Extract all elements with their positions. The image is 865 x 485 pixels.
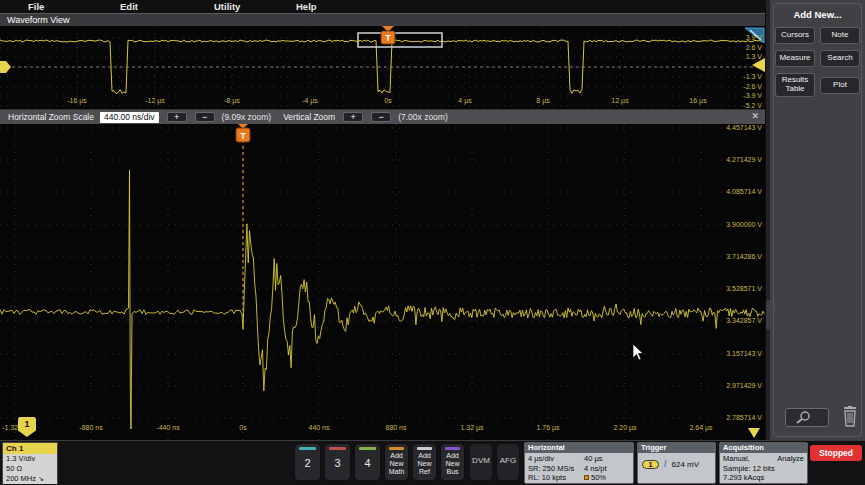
add-new-panel: Add New... Cursors Note Measure Search R… xyxy=(773,3,862,437)
bottom-bar: Ch 1 1.3 V/div 50 Ω 200 MHz 2 3 4 Add Ne… xyxy=(0,440,865,485)
axis-label: 440 ns xyxy=(308,424,329,431)
add-new-ref-button[interactable]: Add New Ref xyxy=(412,443,437,481)
horizontal-settings-panel[interactable]: Horizontal 4 µs/div 40 µs SR: 250 MS/s 4… xyxy=(524,442,634,484)
menu-bar: File Edit Utility Help xyxy=(0,0,765,13)
trigger-settings-panel[interactable]: Trigger 1 / 624 mV xyxy=(637,442,716,484)
overview-plot[interactable]: T -16 µs-12 µs-8 µs-4 µs0s4 µs8 µs12 µs1… xyxy=(0,26,765,110)
close-zoom-view-icon[interactable]: ✕ xyxy=(751,111,759,121)
axis-label: -12 µs xyxy=(145,97,165,104)
rising-edge-icon: / xyxy=(664,459,667,469)
menu-utility[interactable]: Utility xyxy=(214,0,240,13)
sidebar-tools xyxy=(777,406,865,430)
h-zoom-scale-label: Horizontal Zoom Scale xyxy=(8,112,94,122)
trigger-panel-title: Trigger xyxy=(638,443,715,453)
axis-label: 3.714286 V xyxy=(726,253,762,260)
horizontal-position: 50% xyxy=(584,473,630,483)
acquisition-count: 7.293 kAcqs xyxy=(723,473,804,483)
h-zoom-scale-value[interactable]: 440.00 ns/div xyxy=(100,112,159,123)
channel-4-number: 4 xyxy=(355,457,380,469)
acquisition-sample: Sample: 12 bits xyxy=(723,464,804,474)
add-new-title: Add New... xyxy=(774,9,861,20)
v-zoom-label: Vertical Zoom xyxy=(283,112,335,122)
add-new-math-button[interactable]: Add New Math xyxy=(384,443,409,481)
channel-1-badge[interactable]: Ch 1 1.3 V/div 50 Ω 200 MHz xyxy=(2,442,58,484)
dvm-button[interactable]: DVM xyxy=(469,443,493,481)
afg-button[interactable]: AFG xyxy=(496,443,520,481)
overview-waveform-canvas[interactable]: T xyxy=(0,26,765,110)
axis-label: -440 ns xyxy=(156,424,179,431)
axis-label: -880 ns xyxy=(79,424,102,431)
main-zoom-plot[interactable]: T 1 -1.32 µs-880 ns-440 ns0s440 ns880 ns… xyxy=(0,124,765,440)
main-waveform-canvas[interactable]: T xyxy=(0,124,765,440)
measure-button[interactable]: Measure xyxy=(775,50,815,67)
v-zoom-decrease-button[interactable]: − xyxy=(371,112,391,122)
v-zoom-increase-button[interactable]: + xyxy=(343,112,363,122)
axis-label: 3.528571 V xyxy=(726,285,762,292)
zoom-overview-button[interactable] xyxy=(785,408,829,427)
trash-icon[interactable] xyxy=(841,406,859,428)
channel-1-impedance: 50 Ω xyxy=(6,464,54,474)
menu-edit[interactable]: Edit xyxy=(120,0,138,13)
zoom-scale-bar: Horizontal Zoom Scale 440.00 ns/div + − … xyxy=(0,110,765,124)
waveform-view-title: Waveform View xyxy=(0,13,765,26)
bus-color-stripe xyxy=(445,447,460,450)
run-stop-status-button[interactable]: Stopped xyxy=(810,445,862,461)
position-icon xyxy=(584,475,589,480)
axis-label: -16 µs xyxy=(67,97,87,104)
channel-1-label: Ch 1 xyxy=(3,443,57,454)
axis-label: 2.785714 V xyxy=(726,414,762,421)
horizontal-scale: 4 µs/div xyxy=(528,454,584,464)
menu-file[interactable]: File xyxy=(28,0,44,13)
channel-1-scale: 1.3 V/div xyxy=(6,454,54,464)
channel-4-button[interactable]: 4 xyxy=(354,443,381,481)
h-zoom-decrease-button[interactable]: − xyxy=(195,112,215,122)
channel-4-color-stripe xyxy=(359,447,376,450)
axis-label: -2.6 V xyxy=(743,83,762,90)
axis-label: 4.271429 V xyxy=(726,156,762,163)
axis-label: 1.3 V xyxy=(746,53,762,60)
channel-3-color-stripe xyxy=(329,447,346,450)
axis-label: 2.6 V xyxy=(746,44,762,51)
axis-label: 4.457143 V xyxy=(726,124,762,131)
axis-label: 12 µs xyxy=(611,97,628,104)
menu-help[interactable]: Help xyxy=(296,0,317,13)
channel-2-number: 2 xyxy=(295,457,320,469)
ref-color-stripe xyxy=(417,447,432,450)
axis-label: 4 µs xyxy=(458,97,471,104)
acquisition-settings-panel[interactable]: Acquisition Manual, Analyze Sample: 12 b… xyxy=(719,442,808,484)
axis-label: 880 ns xyxy=(385,424,406,431)
horizontal-window: 40 µs xyxy=(584,454,630,464)
axis-label: 8 µs xyxy=(536,97,549,104)
acquisition-panel-title: Acquisition xyxy=(720,443,807,453)
search-button[interactable]: Search xyxy=(820,50,860,67)
add-new-bus-button[interactable]: Add New Bus xyxy=(440,443,465,481)
h-zoom-increase-button[interactable]: + xyxy=(167,112,187,122)
horizontal-record-length: RL: 10 kpts xyxy=(528,473,584,483)
axis-label: 3.157143 V xyxy=(726,350,762,357)
plot-button[interactable]: Plot xyxy=(820,77,860,94)
channel-2-button[interactable]: 2 xyxy=(294,443,321,481)
horizontal-resolution: 4 ns/pt xyxy=(584,464,630,474)
acquisition-analyze: Analyze xyxy=(777,454,804,464)
channel-2-color-stripe xyxy=(299,447,316,450)
axis-label: -3.9 V xyxy=(743,92,762,99)
right-sidebar: Add New... Cursors Note Measure Search R… xyxy=(770,0,865,440)
axis-label: 3.900000 V xyxy=(726,221,762,228)
cursors-button[interactable]: Cursors xyxy=(775,27,815,44)
magnifier-icon xyxy=(786,409,828,426)
axis-label: 2.971429 V xyxy=(726,382,762,389)
svg-text:T: T xyxy=(240,131,246,141)
acquisition-mode: Manual, xyxy=(723,454,750,464)
channel-3-button[interactable]: 3 xyxy=(324,443,351,481)
axis-label: -8 µs xyxy=(224,97,240,104)
note-button[interactable]: Note xyxy=(820,27,860,44)
axis-label: 1.76 µs xyxy=(536,424,559,431)
results-table-button[interactable]: Results Table xyxy=(775,73,815,97)
oscilloscope-app: File Edit Utility Help Waveform View T -… xyxy=(0,0,865,485)
channel-3-number: 3 xyxy=(325,457,350,469)
axis-label: 16 µs xyxy=(689,97,706,104)
axis-label: 0s xyxy=(384,97,391,104)
trigger-level: 624 mV xyxy=(672,460,700,469)
horizontal-sample-rate: SR: 250 MS/s xyxy=(528,464,584,474)
axis-label: 3.342857 V xyxy=(726,317,762,324)
